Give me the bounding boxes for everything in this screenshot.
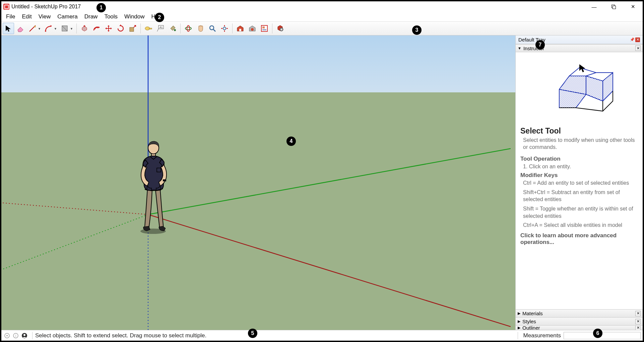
svg-line-24: [148, 215, 511, 327]
instructor-more-link[interactable]: Click to learn about more advanced opera…: [520, 232, 638, 246]
modifier-key-4: Ctrl+A = Select all visible entities in …: [523, 222, 638, 229]
svg-rect-16: [239, 29, 241, 31]
svg-rect-5: [130, 27, 134, 31]
line-tool[interactable]: ▼: [27, 23, 38, 34]
layout-tool[interactable]: [259, 23, 270, 34]
offset-tool[interactable]: [91, 23, 102, 34]
svg-line-27: [1, 203, 148, 215]
maximize-button[interactable]: [604, 1, 623, 12]
materials-close-button[interactable]: ✕: [635, 311, 641, 316]
menu-draw[interactable]: Draw: [81, 13, 101, 21]
orbit-tool[interactable]: [183, 23, 194, 34]
svg-point-11: [185, 27, 191, 30]
panel-caret-icon: ▼: [518, 46, 521, 50]
svg-point-40: [23, 334, 25, 336]
menu-view[interactable]: View: [35, 13, 54, 21]
svg-point-17: [251, 28, 254, 31]
menu-bar: File Edit View Camera Draw Tools Window …: [1, 12, 643, 21]
svg-point-10: [174, 29, 176, 31]
instructor-panel-body: Select Tool Select entities to modify wh…: [516, 52, 643, 309]
drawing-area[interactable]: [1, 35, 515, 330]
pushpull-tool[interactable]: [79, 23, 90, 34]
instructor-panel-header[interactable]: ▼ Instructor ✕: [516, 44, 643, 52]
outliner-panel-header[interactable]: ▶ Outliner ✕: [516, 325, 643, 330]
svg-rect-1: [613, 6, 616, 9]
move-tool[interactable]: [103, 23, 114, 34]
tray-close-icon[interactable]: ✕: [635, 37, 640, 42]
3d-warehouse-tool[interactable]: [235, 23, 246, 34]
menu-tools[interactable]: Tools: [101, 13, 121, 21]
styles-panel-title: Styles: [522, 319, 536, 324]
menu-edit[interactable]: Edit: [18, 13, 35, 21]
measurements-label: Measurements: [523, 332, 561, 339]
svg-text:i: i: [15, 334, 16, 338]
menu-window[interactable]: Window: [121, 13, 148, 21]
shape-tool[interactable]: ▼: [59, 23, 70, 34]
svg-point-2: [45, 30, 46, 32]
instructor-animation: [520, 54, 638, 124]
person-icon[interactable]: [21, 332, 28, 339]
zoom-extents-tool[interactable]: [219, 23, 230, 34]
cursor-icon: [579, 64, 585, 72]
svg-line-14: [213, 29, 215, 31]
minimize-button[interactable]: —: [584, 1, 604, 12]
pan-tool[interactable]: [195, 23, 206, 34]
svg-rect-20: [262, 29, 266, 30]
materials-panel-title: Materials: [522, 311, 543, 316]
tray-title-bar[interactable]: Default Tray 📌 ✕: [516, 35, 643, 44]
shape-tool-dropdown-icon[interactable]: ▼: [70, 27, 73, 30]
text-tool[interactable]: A1: [155, 23, 166, 34]
axes: [1, 35, 511, 330]
svg-point-12: [187, 25, 190, 31]
credits-icon[interactable]: i: [12, 332, 19, 339]
scale-tool[interactable]: [127, 23, 138, 34]
arc-tool-dropdown-icon[interactable]: ▼: [54, 27, 57, 30]
title-bar: Untitled - SketchUp Pro 2017 — ✕: [1, 1, 643, 12]
line-tool-dropdown-icon[interactable]: ▼: [38, 27, 41, 30]
styles-panel-header[interactable]: ▶ Styles ✕: [516, 317, 643, 325]
panel-caret-icon: ▶: [518, 311, 520, 316]
tray-title-label: Default Tray: [518, 37, 545, 42]
menu-file[interactable]: File: [3, 13, 18, 21]
modifier-key-2: Shift+Ctrl = Subtract an entity from set…: [523, 189, 638, 203]
default-tray: Default Tray 📌 ✕ ▼ Instructor ✕: [515, 35, 643, 330]
instructor-close-button[interactable]: ✕: [635, 46, 641, 51]
modifier-keys-title: Modifier Keys: [520, 172, 638, 179]
svg-rect-19: [262, 26, 265, 28]
instructor-description: Select entities to modify when using oth…: [523, 137, 638, 151]
geolocation-icon[interactable]: [3, 332, 11, 339]
measurements-input[interactable]: [564, 332, 641, 339]
window-controls: — ✕: [584, 1, 643, 12]
paint-bucket-tool[interactable]: [167, 23, 178, 34]
outliner-close-button[interactable]: ✕: [635, 325, 641, 330]
close-button[interactable]: ✕: [623, 1, 643, 12]
modifier-key-1: Ctrl = Add an entity to set of selected …: [523, 179, 638, 187]
arc-tool[interactable]: ▼: [43, 23, 54, 34]
select-tool[interactable]: [3, 23, 14, 34]
tool-operation-title: Tool Operation: [520, 156, 638, 162]
panel-caret-icon: ▶: [518, 326, 520, 330]
extension-warehouse-tool[interactable]: [247, 23, 258, 34]
scale-figure: [128, 139, 188, 236]
svg-line-23: [148, 149, 511, 215]
rotate-tool[interactable]: [115, 23, 126, 34]
extension-manager-tool[interactable]: [274, 23, 286, 34]
eraser-tool[interactable]: [15, 23, 26, 34]
instructor-panel-title: Instructor: [523, 46, 544, 51]
styles-close-button[interactable]: ✕: [635, 319, 641, 324]
window-title: Untitled - SketchUp Pro 2017: [11, 4, 81, 10]
materials-panel-header[interactable]: ▶ Materials ✕: [516, 309, 643, 317]
menu-help[interactable]: Help: [148, 13, 167, 21]
status-hint: Select objects. Shift to extend select. …: [35, 332, 206, 339]
tray-pin-icon[interactable]: 📌: [630, 37, 635, 42]
svg-point-13: [210, 26, 214, 30]
menu-camera[interactable]: Camera: [54, 13, 81, 21]
zoom-tool[interactable]: [207, 23, 218, 34]
status-bar: i Select objects. Shift to extend select…: [1, 330, 643, 341]
svg-text:A1: A1: [159, 26, 163, 29]
svg-point-36: [6, 335, 8, 336]
svg-rect-7: [149, 28, 152, 29]
instructor-heading: Select Tool: [520, 126, 638, 136]
tape-measure-tool[interactable]: [143, 23, 154, 34]
svg-line-26: [1, 215, 148, 270]
